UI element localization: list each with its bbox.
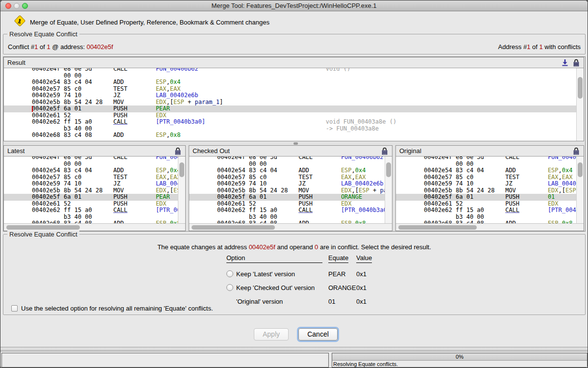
listing-line[interactable]: 00402e57 85 c0 TEST EAX,EAX	[396, 174, 584, 181]
cancel-button[interactable]: Cancel	[298, 328, 338, 341]
listing-line[interactable]: 00402e62 ff 15 a0 CALL [PTR_0040b3a0] vo…	[4, 207, 185, 214]
listing-line[interactable]: 00402e5f 6a 01 PUSH 01	[396, 194, 584, 201]
value-cell: 0x1	[356, 284, 381, 291]
keep-checked-out-radio[interactable]	[226, 284, 233, 291]
listing-line[interactable]: 00402e54 83 c4 04 ADD ESP,0x4	[4, 167, 185, 174]
listing-line[interactable]: b3 40 00 -> FUN_00403a8e	[4, 214, 185, 221]
merge-banner: Merge of Equate, User Defined Property, …	[0, 12, 588, 33]
horizontal-scrollbar-thumb[interactable]	[192, 225, 275, 230]
listing-line[interactable]: 00 00	[396, 161, 584, 168]
vertical-scrollbar[interactable]	[385, 157, 392, 223]
conflict-info-groupbox: Resolve Equate Conflict Conflict #1 of 1…	[3, 34, 586, 54]
status-message: Resolving Equate conflicts.	[332, 361, 587, 367]
progress-bar: 0%	[332, 353, 587, 361]
groupbox-title: Resolve Equate Conflict	[7, 30, 79, 38]
horizontal-scrollbar[interactable]	[4, 223, 185, 231]
lock-icon[interactable]	[381, 147, 389, 155]
checked-out-panel: Checked Out 00402e4f e8 0e 3d CALL FUN_0…	[189, 145, 392, 231]
apply-to-all-row: Use the selected option for resolving al…	[11, 305, 213, 312]
listing-line[interactable]: 00402e5f 6a 01 PUSH PEAR	[4, 105, 584, 112]
listing-line[interactable]: 00402e61 52 PUSH EDX	[4, 201, 185, 208]
listing-line[interactable]: 00402e61 52 PUSH EDX	[396, 201, 584, 208]
original-panel-header: Original	[396, 146, 584, 157]
status-divider	[0, 347, 588, 351]
vertical-scrollbar-thumb[interactable]	[578, 77, 583, 99]
conflict-message: The equate changes at address 00402e5f a…	[3, 243, 585, 251]
listing-line[interactable]: 00402e54 83 c4 04 ADD ESP,0x4	[4, 79, 584, 86]
banner-text: Merge of Equate, User Defined Property, …	[30, 19, 270, 26]
vertical-scrollbar-thumb[interactable]	[179, 162, 184, 177]
listing-line[interactable]: 00402e59 74 10 JZ LAB_00402e6b	[189, 181, 392, 187]
result-panel-header: Result	[4, 57, 584, 68]
vertical-scrollbar-thumb[interactable]	[578, 162, 583, 177]
panel-title: Result	[7, 59, 25, 66]
horizontal-scrollbar[interactable]	[396, 223, 584, 231]
keep-latest-row: Keep 'Latest' version PEAR 0x1	[226, 267, 381, 281]
listing-line[interactable]: b3 40 00 -> FUN_00403a8e	[4, 126, 584, 132]
listing-line[interactable]: 00402e61 52 PUSH EDX	[189, 201, 392, 208]
listing-line[interactable]: 00402e54 83 c4 04 ADD ESP,0x4	[189, 167, 392, 174]
lock-icon[interactable]	[174, 147, 182, 155]
scroll-to-bottom-icon[interactable]	[562, 59, 569, 67]
lock-icon[interactable]	[573, 147, 580, 155]
panel-title: Original	[399, 147, 421, 155]
apply-button[interactable]: Apply	[254, 328, 289, 341]
listing-line[interactable]: 00402e61 52 PUSH EDX	[4, 112, 584, 119]
result-listing[interactable]: 00402e4f e8 0e 3d CALL FUN_00406b62 void…	[4, 68, 584, 141]
status-left-box	[1, 353, 329, 368]
listing-line[interactable]: 00402e57 85 c0 TEST EAX,EAX	[4, 86, 584, 93]
keep-latest-radio[interactable]	[226, 270, 233, 277]
title-bar[interactable]: Merge Tool: Features_DevTestProject:/Win…	[0, 0, 588, 11]
listing-line[interactable]: 00402e5b 8b 54 24 28 MOV EDX,[ESP + para…	[189, 187, 392, 194]
option-table-header: Option Equate Value	[226, 254, 381, 263]
minimize-window-icon[interactable]	[14, 3, 20, 9]
listing-line[interactable]: 00402e5b 8b 54 24 28 MOV EDX,[ESP + para…	[396, 187, 584, 194]
checked-out-listing[interactable]: 00402e4f e8 0e 3d CALL FUN_00406b62 void…	[189, 157, 392, 223]
original-listing[interactable]: 00402e4f e8 0e 3d CALL FUN_00406b62 void…	[396, 157, 584, 223]
equate-value: ORANGE	[328, 284, 356, 291]
close-window-icon[interactable]	[5, 3, 11, 9]
value-column-header: Value	[356, 254, 372, 263]
listing-line[interactable]: 00402e62 ff 15 a0 CALL [PTR_0040b3a0] vo…	[4, 119, 584, 126]
listing-line[interactable]: 00402e57 85 c0 TEST EAX,EAX	[189, 174, 392, 181]
listing-line[interactable]: 00402e5f 6a 01 PUSH PEAR	[4, 194, 185, 201]
equate-value: 01	[328, 298, 356, 305]
vertical-scrollbar[interactable]	[178, 157, 185, 223]
vertical-scrollbar[interactable]	[576, 68, 584, 141]
latest-panel-header: Latest	[4, 146, 185, 157]
lock-icon[interactable]	[573, 59, 580, 67]
listing-line[interactable]: 00402e54 83 c4 04 ADD ESP,0x4	[396, 167, 584, 174]
listing-line[interactable]: 00402e62 ff 15 a0 CALL [PTR_0040b3a0] vo…	[189, 207, 392, 214]
zoom-window-icon[interactable]	[22, 3, 28, 9]
merge-sign-icon	[14, 15, 25, 26]
vertical-scrollbar[interactable]	[576, 157, 584, 223]
panel-title: Checked Out	[193, 147, 230, 155]
listing-line[interactable]: b3 40 00 -> FUN_00403a8e	[396, 214, 584, 221]
apply-to-all-checkbox[interactable]	[11, 305, 18, 312]
listing-line[interactable]: 00402e68 83 c4 08 ADD ESP,0x8	[4, 132, 584, 139]
option-column-header: Option	[226, 254, 322, 263]
horizontal-scrollbar[interactable]	[189, 223, 392, 231]
listing-line[interactable]: 00402e59 74 10 JZ LAB_00402e6b	[4, 92, 584, 99]
listing-line[interactable]: 00 00	[4, 73, 584, 79]
horizontal-scrollbar-thumb[interactable]	[398, 225, 477, 230]
listing-line[interactable]: 00 00	[4, 161, 185, 168]
listing-line[interactable]: 00402e5f 6a 01 PUSH ORANGE	[189, 194, 392, 201]
horizontal-scrollbar-thumb[interactable]	[6, 225, 80, 230]
listing-line[interactable]: 00402e62 ff 15 a0 CALL [PTR_0040b3a0] vo…	[396, 207, 584, 214]
listing-line[interactable]: 00402e59 74 10 JZ LAB_00402e6b	[4, 181, 185, 187]
vertical-scrollbar-thumb[interactable]	[386, 162, 391, 177]
listing-line[interactable]: 00 00	[189, 161, 392, 168]
panel-title: Latest	[7, 147, 24, 155]
value-cell: 0x1	[356, 298, 381, 305]
splitter-handle[interactable]	[294, 142, 298, 145]
listing-cursor	[32, 106, 33, 112]
listing-line[interactable]: 00402e5b 8b 54 24 28 MOV EDX,[ESP + para…	[4, 99, 584, 106]
value-cell: 0x1	[356, 270, 381, 278]
listing-line[interactable]: 00402e57 85 c0 TEST EAX,EAX	[4, 174, 185, 181]
listing-line[interactable]: 00402e5b 8b 54 24 28 MOV EDX,[ESP + para…	[4, 187, 185, 194]
latest-listing[interactable]: 00402e4f e8 0e 3d CALL FUN_00406b62 void…	[4, 157, 185, 223]
listing-line[interactable]: 00402e59 74 10 JZ LAB_00402e6b	[396, 181, 584, 187]
resolve-conflict-groupbox: Resolve Equate Conflict The equate chang…	[3, 234, 586, 315]
listing-line[interactable]: b3 40 00 -> FUN_00403a8e	[189, 214, 392, 221]
